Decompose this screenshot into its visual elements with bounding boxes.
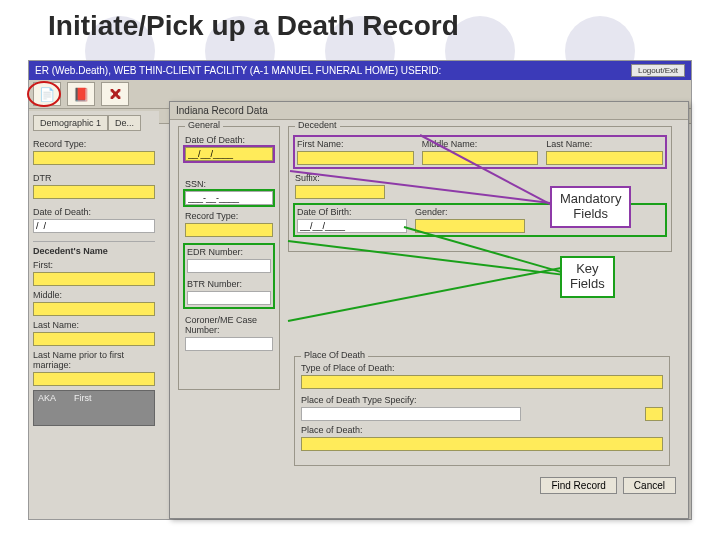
logout-button[interactable]: Logout/Exit — [631, 64, 685, 77]
date-of-death-field-left[interactable] — [33, 219, 155, 233]
label-last-name: Last Name: — [546, 139, 663, 149]
label-date-of-death-left: Date of Death: — [33, 207, 155, 217]
label-dob: Date Of Birth: — [297, 207, 407, 217]
record-data-dialog: Indiana Record Data General Date Of Deat… — [169, 101, 689, 519]
label-record-type: Record Type: — [185, 211, 273, 221]
tab-strip: Demographic 1 De... — [33, 115, 155, 131]
first-field-left[interactable] — [33, 272, 155, 286]
dtr-field[interactable] — [33, 185, 155, 199]
place-specify-code-field[interactable] — [645, 407, 663, 421]
label-last-prior: Last Name prior to first marriage: — [33, 350, 155, 370]
place-type-field[interactable] — [301, 375, 663, 389]
label-ssn: SSN: — [185, 179, 273, 189]
dialog-button-row: Find Record Cancel — [540, 477, 676, 494]
place-of-death-fieldset: Place Of Death Type of Place of Death: P… — [294, 356, 670, 466]
coroner-field[interactable] — [185, 337, 273, 351]
slide-title: Initiate/Pick up a Death Record — [0, 0, 720, 48]
label-middle-left: Middle: — [33, 290, 155, 300]
aka-box: AKA First — [33, 390, 155, 426]
tab-de[interactable]: De... — [108, 115, 141, 131]
label-place-of-death: Place of Death: — [301, 425, 663, 435]
cancel-button[interactable]: Cancel — [623, 477, 676, 494]
aka-first-label: First — [74, 393, 92, 423]
label-place-type: Type of Place of Death: — [301, 363, 663, 373]
first-name-field[interactable] — [297, 151, 414, 165]
dob-field[interactable] — [297, 219, 407, 233]
label-date-of-death: Date Of Death: — [185, 135, 273, 145]
last-field-left[interactable] — [33, 332, 155, 346]
titlebar-text: ER (Web.Death), WEB THIN-CLIENT FACILITY… — [35, 65, 441, 76]
middle-name-field[interactable] — [422, 151, 539, 165]
label-first-left: First: — [33, 260, 155, 270]
label-btr: BTR Number: — [187, 279, 271, 289]
gender-field[interactable] — [415, 219, 525, 233]
general-fieldset: General Date Of Death: SSN: Record Type:… — [178, 126, 280, 390]
general-legend: General — [185, 120, 223, 130]
key-fields-callout: KeyFields — [560, 256, 615, 298]
tab-demographic-1[interactable]: Demographic 1 — [33, 115, 108, 131]
middle-field-left[interactable] — [33, 302, 155, 316]
window-titlebar: ER (Web.Death), WEB THIN-CLIENT FACILITY… — [29, 61, 691, 80]
decedent-legend: Decedent — [295, 120, 340, 130]
label-dtr: DTR — [33, 173, 155, 183]
label-record-type-left: Record Type: — [33, 139, 155, 149]
delete-icon[interactable]: 🗙 — [101, 82, 129, 106]
label-gender: Gender: — [415, 207, 525, 217]
ssn-field[interactable] — [185, 191, 273, 205]
suffix-field[interactable] — [295, 185, 385, 199]
new-record-icon[interactable]: 📄 — [33, 82, 61, 106]
place-legend: Place Of Death — [301, 350, 368, 360]
place-specify-field[interactable] — [301, 407, 521, 421]
label-coroner: Coroner/ME Case Number: — [185, 315, 273, 335]
last-name-field[interactable] — [546, 151, 663, 165]
btr-field[interactable] — [187, 291, 271, 305]
place-of-death-field[interactable] — [301, 437, 663, 451]
registration-icon[interactable]: 📕 — [67, 82, 95, 106]
label-edr: EDR Number: — [187, 247, 271, 257]
dialog-title: Indiana Record Data — [170, 102, 688, 120]
find-record-button[interactable]: Find Record — [540, 477, 616, 494]
mandatory-fields-callout: MandatoryFields — [550, 186, 631, 228]
label-last-left: Last Name: — [33, 320, 155, 330]
record-type-field-left[interactable] — [33, 151, 155, 165]
decedent-name-heading: Decedent's Name — [33, 241, 155, 256]
left-panel: Demographic 1 De... Record Type: DTR Dat… — [29, 111, 159, 519]
date-of-death-field[interactable] — [185, 147, 273, 161]
label-first-name: First Name: — [297, 139, 414, 149]
record-type-field[interactable] — [185, 223, 273, 237]
edr-field[interactable] — [187, 259, 271, 273]
last-prior-field[interactable] — [33, 372, 155, 386]
aka-label: AKA — [38, 393, 56, 423]
label-place-specify: Place of Death Type Specify: — [301, 395, 637, 405]
